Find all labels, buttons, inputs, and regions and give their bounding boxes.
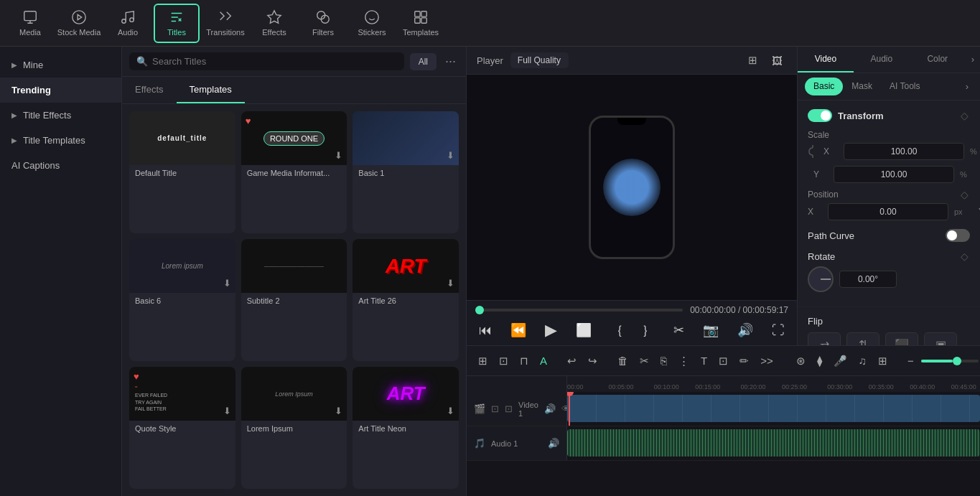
step-back-btn[interactable]: ⏪: [507, 321, 530, 340]
sub-tab-mask[interactable]: Mask: [843, 78, 881, 95]
toolbar-btn-audio[interactable]: Audio: [105, 4, 151, 43]
title-card-game[interactable]: ♥ ROUND ONE ⬇ Game Media Informat...: [241, 111, 347, 233]
beat-btn[interactable]: ♫: [854, 352, 871, 370]
quote-content: " EVER FAILEDTRY AGAINFAIL BETTER: [135, 385, 167, 413]
copy-btn[interactable]: ⎘: [656, 352, 671, 370]
cut-btn[interactable]: ✂: [635, 352, 653, 370]
group-btn[interactable]: ⊞: [874, 352, 892, 370]
filter-dropdown[interactable]: All: [410, 53, 437, 70]
text-btn[interactable]: T: [696, 352, 711, 370]
title-card-basic6[interactable]: Lorem ipsum ⬇ Basic 6: [129, 239, 235, 361]
delete-btn[interactable]: 🗑: [613, 352, 633, 370]
undo-btn[interactable]: ↩: [563, 352, 581, 370]
pos-x-input[interactable]: [828, 203, 948, 220]
sidebar-item-trending[interactable]: Trending: [0, 78, 121, 103]
flip-alt1-btn[interactable]: ⬛: [885, 332, 918, 345]
fx-btn[interactable]: ⊛: [792, 352, 810, 370]
title-card-art26[interactable]: ART ⬇ Art Title 26: [353, 239, 459, 361]
quality-select[interactable]: Full Quality: [510, 52, 569, 68]
stop-btn[interactable]: ⬜: [572, 321, 595, 340]
split-btn[interactable]: ✂: [670, 321, 688, 340]
sub-tab-basic[interactable]: Basic: [805, 78, 843, 95]
toolbar-btn-effects[interactable]: Effects: [251, 4, 297, 43]
rotate-input[interactable]: [839, 271, 897, 288]
redo-btn[interactable]: ↪: [584, 352, 602, 370]
play-btn[interactable]: ▶: [541, 319, 561, 341]
flip-horizontal-btn[interactable]: ⇄: [808, 332, 841, 345]
toolbar-btn-filters[interactable]: Filters: [300, 4, 346, 43]
audio-clip[interactable]: [567, 429, 980, 457]
tab-effects[interactable]: Effects: [122, 77, 177, 103]
toolbar-btn-titles[interactable]: Titles: [154, 4, 200, 43]
draw-btn[interactable]: ✏: [735, 352, 753, 370]
image-btn[interactable]: 🖼: [767, 52, 787, 70]
playhead[interactable]: [569, 392, 570, 426]
volume-btn[interactable]: 🔊: [734, 321, 757, 340]
path-curve-toggle[interactable]: [946, 229, 970, 242]
fullscreen-btn[interactable]: ⛶: [768, 322, 788, 340]
split-clip-btn[interactable]: ⋮: [674, 352, 694, 370]
flip-vertical-btn[interactable]: ⇅: [846, 332, 879, 345]
mark-out-btn[interactable]: ｝: [638, 320, 658, 340]
title-card-default[interactable]: default_title Default Title: [129, 111, 235, 233]
tab-templates[interactable]: Templates: [177, 77, 245, 103]
title-card-art-neon[interactable]: ART ⬇ Art Title Neon: [353, 367, 459, 489]
title-card-basic1[interactable]: ⬇ Basic 1: [353, 111, 459, 233]
toolbar-btn-templates[interactable]: Templates: [398, 4, 444, 43]
progress-bar[interactable]: [475, 309, 683, 312]
video-volume-btn[interactable]: 🔊: [544, 403, 556, 414]
ruler-mark-6: 00:30:00: [827, 383, 852, 390]
scale-x-unit: %: [970, 147, 980, 156]
toolbar-btn-media[interactable]: Media: [7, 4, 53, 43]
rotate-keyframe[interactable]: ◇: [959, 251, 970, 262]
mark-in-btn[interactable]: ｛: [607, 320, 627, 340]
sub-tab-ai-tools[interactable]: AI Tools: [881, 78, 928, 95]
tab-more-btn[interactable]: ›: [966, 47, 980, 72]
crop-btn[interactable]: ⊡: [714, 352, 732, 370]
rewind-btn[interactable]: ⏮: [475, 322, 495, 340]
more-tl-btn[interactable]: >>: [756, 352, 778, 370]
sidebar-item-title-effects[interactable]: ▶ Title Effects: [0, 103, 121, 128]
flip-label: Flip: [808, 316, 970, 327]
more-options-btn[interactable]: ···: [442, 54, 459, 69]
tab-video[interactable]: Video: [798, 47, 854, 72]
mic-btn[interactable]: 🎤: [829, 352, 851, 370]
title-card-quote[interactable]: ♥ " EVER FAILEDTRY AGAINFAIL BETTER ⬇ Qu…: [129, 367, 235, 489]
sidebar-item-ai-captions[interactable]: AI Captions: [0, 153, 121, 178]
flip-alt2-btn[interactable]: ▣: [924, 332, 957, 345]
toolbar-btn-stock-media[interactable]: Stock Media: [56, 4, 102, 43]
title-card-lorem[interactable]: Lorem Ipsum ⬇ Lorem Ipsum: [241, 367, 347, 489]
zoom-out-btn[interactable]: −: [903, 352, 918, 370]
video-clip[interactable]: [567, 395, 980, 422]
search-input[interactable]: [152, 56, 397, 67]
zoom-track[interactable]: [921, 360, 979, 362]
toolbar-btn-transitions[interactable]: Transitions: [202, 4, 248, 43]
basic6-text: Lorem ipsum: [162, 262, 203, 270]
title-card-sub2[interactable]: ───────────── Subtitle 2: [241, 239, 347, 361]
rotate-circle[interactable]: [808, 266, 834, 292]
position-keyframe[interactable]: ◇: [959, 189, 970, 200]
grid-view-btn[interactable]: ⊞: [744, 51, 762, 70]
timeline-add-video-btn[interactable]: ⊞: [474, 352, 492, 370]
mark-btn[interactable]: ⧫: [813, 352, 826, 370]
transform-keyframe-btn[interactable]: ◇: [959, 110, 970, 121]
scale-y-input[interactable]: [834, 166, 954, 183]
toolbar-btn-stickers[interactable]: Stickers: [349, 4, 395, 43]
sidebar-item-mine[interactable]: ▶ Mine: [0, 52, 121, 78]
svg-rect-8: [421, 11, 426, 17]
timeline-add-track-btn[interactable]: ⊡: [495, 352, 513, 370]
audio-volume-btn[interactable]: 🔊: [548, 438, 559, 449]
ruler-mark-0: 00:00: [567, 383, 584, 390]
timeline-connect-btn[interactable]: ⊓: [515, 352, 533, 370]
ruler-mark-8: 00:40:00: [910, 383, 935, 390]
scale-x-input[interactable]: [844, 143, 964, 160]
tab-audio[interactable]: Audio: [854, 47, 910, 72]
scale-x-label: X: [823, 146, 838, 156]
snapshot-btn[interactable]: 📷: [699, 321, 722, 340]
transform-toggle[interactable]: [808, 109, 832, 122]
timeline-auto-btn[interactable]: A: [536, 352, 551, 370]
sub-tab-more-btn[interactable]: ›: [961, 78, 973, 95]
sidebar-item-title-templates[interactable]: ▶ Title Templates: [0, 128, 121, 153]
tab-color[interactable]: Color: [910, 47, 966, 72]
ruler-spacer: [467, 376, 567, 392]
